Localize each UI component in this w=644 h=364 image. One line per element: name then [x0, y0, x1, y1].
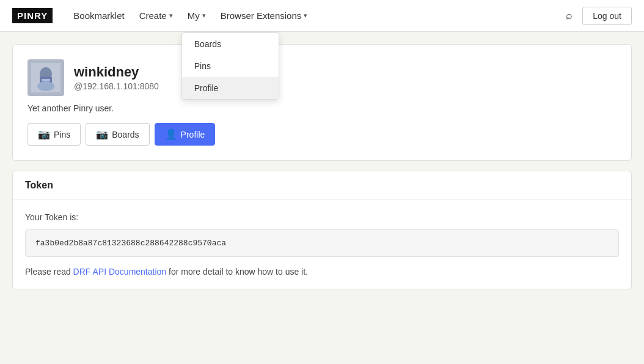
- person-icon: 👤: [165, 128, 177, 140]
- logo[interactable]: PINRY: [12, 8, 53, 23]
- nav-my[interactable]: My ▾: [181, 7, 212, 24]
- pins-label: Pins: [54, 130, 70, 139]
- create-caret-icon: ▾: [169, 12, 173, 20]
- dropdown-pins[interactable]: Pins: [182, 55, 279, 77]
- avatar: [27, 59, 64, 96]
- profile-label: Profile: [181, 130, 205, 139]
- token-section-title: Token: [13, 171, 631, 200]
- profile-actions: 📷 Pins 📷 Boards 👤 Profile: [27, 123, 617, 146]
- navbar: PINRY Bookmarklet Create ▾ My ▾ Boards P…: [0, 0, 644, 32]
- token-note-prefix: Please read: [25, 267, 73, 277]
- nav-create[interactable]: Create ▾: [133, 7, 179, 24]
- logout-button[interactable]: Log out: [582, 7, 632, 25]
- logo-text: PINRY: [12, 8, 53, 23]
- nav-browser-extensions[interactable]: Browser Extensions ▾: [214, 7, 314, 24]
- nav-bookmarklet[interactable]: Bookmarklet: [67, 7, 130, 24]
- token-card: Token Your Token is: fa3b0ed2b8a87c81323…: [12, 171, 632, 289]
- boards-icon: 📷: [96, 128, 108, 140]
- token-value: fa3b0ed2b8a87c81323688c288642288c9570aca: [25, 229, 619, 257]
- token-note-suffix: for more detail to know how to use it.: [166, 267, 308, 277]
- profile-username: winkidney: [74, 64, 159, 80]
- profile-header: winkidney @192.168.1.101:8080: [27, 59, 617, 96]
- pins-icon: 📷: [38, 128, 50, 140]
- profile-button[interactable]: 👤 Profile: [155, 123, 216, 146]
- drf-api-docs-link[interactable]: DRF API Documentation: [73, 267, 167, 277]
- svg-point-4: [37, 81, 54, 91]
- token-label: Your Token is:: [25, 212, 619, 222]
- nav-right: ⌕ Log out: [563, 7, 632, 25]
- token-note: Please read DRF API Documentation for mo…: [25, 267, 619, 277]
- nav-links: Bookmarklet Create ▾ My ▾ Boards Pins Pr…: [67, 7, 563, 24]
- main-content: winkidney @192.168.1.101:8080 Yet anothe…: [0, 32, 644, 302]
- my-caret-icon: ▾: [202, 12, 206, 20]
- search-icon[interactable]: ⌕: [563, 7, 575, 24]
- dropdown-boards[interactable]: Boards: [182, 33, 279, 55]
- boards-button[interactable]: 📷 Boards: [86, 123, 149, 146]
- profile-info: winkidney @192.168.1.101:8080: [74, 64, 159, 91]
- profile-card: winkidney @192.168.1.101:8080 Yet anothe…: [12, 44, 632, 161]
- token-card-body: Your Token is: fa3b0ed2b8a87c81323688c28…: [13, 200, 631, 289]
- profile-handle: @192.168.1.101:8080: [74, 81, 159, 91]
- dropdown-profile[interactable]: Profile: [182, 77, 279, 99]
- profile-bio: Yet another Pinry user.: [27, 103, 617, 113]
- my-dropdown-menu: Boards Pins Profile: [181, 32, 279, 100]
- nav-my-dropdown-wrapper: My ▾ Boards Pins Profile: [181, 7, 212, 24]
- svg-rect-3: [42, 79, 50, 81]
- boards-label: Boards: [112, 130, 139, 139]
- pins-button[interactable]: 📷 Pins: [27, 123, 81, 146]
- browser-ext-caret-icon: ▾: [304, 12, 307, 20]
